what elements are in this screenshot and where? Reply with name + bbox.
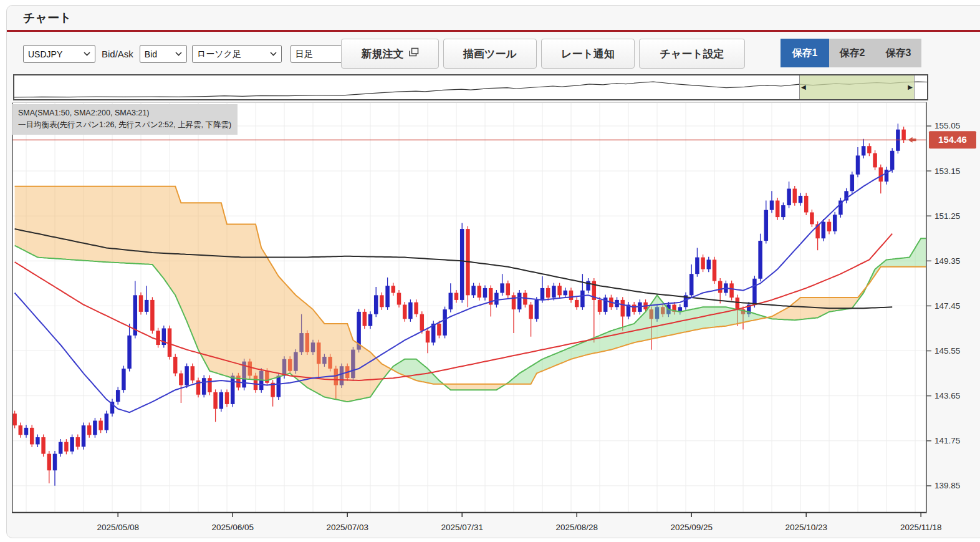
- ichimoku-legend-line: 一目均衡表(先行スパン1:26, 先行スパン2:52, 上昇雲, 下降雲): [18, 119, 231, 131]
- draw-tools-label: 描画ツール: [463, 47, 517, 61]
- overview-strip[interactable]: ◀ ▶: [13, 74, 928, 100]
- svg-text:143.65: 143.65: [934, 391, 960, 400]
- svg-text:2025/05/08: 2025/05/08: [97, 523, 139, 532]
- selection-right-handle[interactable]: ▶: [908, 84, 913, 90]
- chevron-down-icon: [84, 52, 90, 56]
- svg-text:141.75: 141.75: [934, 436, 960, 445]
- rate-alert-button[interactable]: レート通知: [541, 39, 635, 69]
- svg-text:2025/09/25: 2025/09/25: [670, 523, 713, 532]
- indicator-legend: SMA(SMA1:50, SMA2:200, SMA3:21) 一目均衡表(先行…: [12, 104, 238, 135]
- svg-text:147.45: 147.45: [934, 301, 960, 311]
- symbol-select-value: USDJPY: [28, 49, 62, 59]
- bid-ask-select-value: Bid: [145, 49, 157, 59]
- chevron-down-icon: [175, 52, 182, 56]
- svg-text:139.85: 139.85: [934, 481, 960, 490]
- page-title: チャート: [23, 10, 71, 26]
- overview-selection[interactable]: ◀ ▶: [799, 75, 915, 99]
- svg-text:2025/08/28: 2025/08/28: [555, 523, 598, 532]
- overview-sparkline: [14, 75, 927, 99]
- new-order-button[interactable]: 新規注文: [341, 39, 439, 69]
- timeframe-select-value: 日足: [295, 49, 313, 60]
- svg-text:145.55: 145.55: [934, 346, 960, 356]
- new-window-icon: [408, 47, 419, 60]
- draw-tools-button[interactable]: 描画ツール: [443, 39, 537, 69]
- bidask-label: Bid/Ask: [102, 49, 133, 59]
- new-order-label: 新規注文: [362, 47, 404, 61]
- chart-settings-label: チャート設定: [660, 47, 724, 61]
- symbol-select[interactable]: USDJPY: [23, 45, 95, 63]
- title-underline: [7, 30, 980, 32]
- chart-type-select[interactable]: ローソク足: [192, 45, 282, 63]
- selection-left-handle[interactable]: ◀: [801, 84, 806, 90]
- svg-text:151.25: 151.25: [934, 211, 960, 221]
- save-slot-2-button[interactable]: 保存2: [829, 39, 875, 67]
- svg-text:154.46: 154.46: [938, 134, 967, 145]
- svg-text:155.05: 155.05: [934, 121, 960, 130]
- save-slot-1-button[interactable]: 保存1: [781, 39, 829, 67]
- sma-legend-line: SMA(SMA1:50, SMA2:200, SMA3:21): [18, 107, 231, 119]
- chart-settings-button[interactable]: チャート設定: [639, 39, 745, 69]
- bid-ask-select[interactable]: Bid: [140, 45, 187, 63]
- toolbar-buttons: 新規注文 描画ツール レート通知 チャート設定: [341, 39, 745, 67]
- chart-widget: チャート USDJPY Bid/Ask Bid ローソク足 日足 新規注文 描画…: [6, 5, 980, 538]
- svg-text:2025/06/05: 2025/06/05: [211, 523, 254, 532]
- svg-text:2025/07/31: 2025/07/31: [441, 523, 483, 532]
- svg-text:153.15: 153.15: [934, 167, 960, 176]
- chart-type-select-value: ローソク足: [197, 49, 241, 60]
- svg-text:2025/10/23: 2025/10/23: [785, 523, 827, 532]
- rate-alert-label: レート通知: [561, 47, 615, 61]
- save-slot-inactive-group: 保存2 保存3: [829, 39, 921, 67]
- svg-text:149.35: 149.35: [934, 256, 960, 266]
- main-chart[interactable]: 155.05153.15151.25149.35147.45145.55143.…: [12, 102, 980, 538]
- chart-controls: USDJPY Bid/Ask Bid ローソク足 日足: [23, 46, 364, 62]
- save-slot-3-button[interactable]: 保存3: [875, 39, 921, 67]
- save-slot-group: 保存1 保存2 保存3: [781, 39, 921, 67]
- svg-text:2025/07/03: 2025/07/03: [326, 523, 368, 532]
- chevron-down-icon: [270, 52, 277, 56]
- svg-text:2025/11/18: 2025/11/18: [900, 523, 942, 532]
